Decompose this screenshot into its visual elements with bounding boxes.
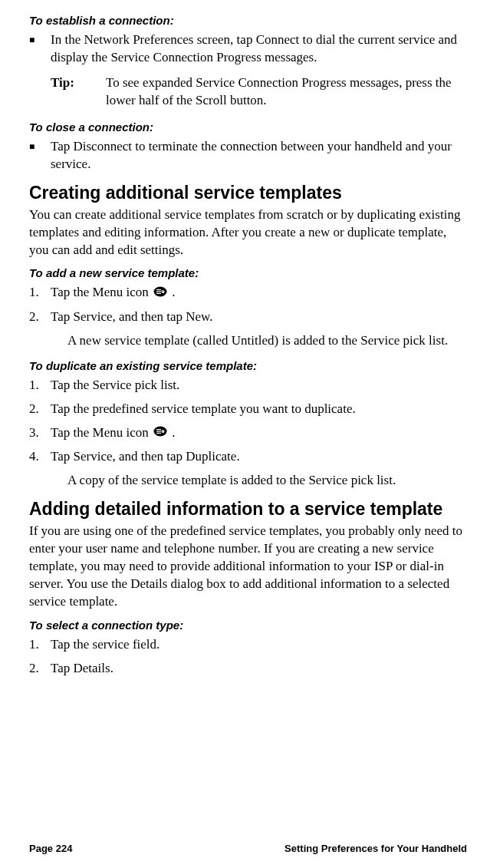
num-marker: 4. — [29, 448, 51, 466]
num-marker: 1. — [29, 284, 51, 302]
svg-rect-3 — [156, 293, 161, 294]
num-marker: 2. — [29, 660, 51, 678]
heading-duplicate: To duplicate an existing service templat… — [29, 359, 467, 372]
step-text: Tap the Service pick list. — [51, 377, 467, 394]
bullet-text-close: Tap Disconnect to terminate the connecti… — [51, 138, 467, 173]
body-text-adding-detail: If you are using one of the predefined s… — [29, 523, 467, 611]
heading-establish: To establish a connection: — [29, 14, 467, 27]
chapter-title: Setting Preferences for Your Handheld — [284, 843, 467, 854]
tip-text: To see expanded Service Connection Progr… — [106, 74, 467, 110]
section-heading-adding-detail: Adding detailed information to a service… — [29, 499, 467, 520]
list-item: 1. Tap the Service pick list. — [29, 377, 467, 394]
bullet-marker: ■ — [29, 31, 51, 67]
body-text-creating: You can create additional service templa… — [29, 206, 467, 259]
result-text: A new service template (called Untitled)… — [67, 332, 467, 350]
page-footer: Page 224 Setting Preferences for Your Ha… — [29, 843, 467, 854]
list-item: 2. Tap Service, and then tap New. — [29, 309, 467, 326]
bullet-item: ■ Tap Disconnect to terminate the connec… — [29, 138, 467, 173]
svg-rect-6 — [156, 429, 161, 430]
step-text-post: . — [169, 425, 176, 440]
tip-block: Tip: To see expanded Service Connection … — [51, 74, 467, 110]
menu-icon — [153, 424, 167, 442]
svg-rect-1 — [156, 289, 161, 290]
bullet-marker: ■ — [29, 138, 51, 173]
tip-label: Tip: — [51, 74, 106, 110]
list-item: 1. Tap the Menu icon . — [29, 284, 467, 302]
bullet-item: ■ In the Network Preferences screen, tap… — [29, 31, 467, 67]
step-text: Tap Service, and then tap Duplicate. — [51, 448, 467, 466]
bullet-text-establish: In the Network Preferences screen, tap C… — [51, 31, 467, 67]
list-item: 2. Tap the predefined service template y… — [29, 401, 467, 418]
menu-icon — [153, 285, 167, 302]
list-item: 2. Tap Details. — [29, 660, 467, 678]
list-item: 4. Tap Service, and then tap Duplicate. — [29, 448, 467, 466]
num-marker: 2. — [29, 401, 51, 418]
list-item: 3. Tap the Menu icon . — [29, 424, 467, 443]
svg-rect-8 — [156, 433, 161, 434]
num-marker: 3. — [29, 424, 51, 443]
section-heading-creating: Creating additional service templates — [29, 183, 467, 203]
step-text: Tap Details. — [51, 660, 467, 678]
heading-close: To close a connection: — [29, 120, 467, 134]
heading-add-template: To add a new service template: — [29, 266, 467, 279]
num-marker: 1. — [29, 636, 51, 654]
page-number: Page 224 — [29, 843, 72, 854]
step-text-pre: Tap the Menu icon — [51, 425, 152, 440]
heading-select-conn: To select a connection type: — [29, 619, 467, 632]
step-text: Tap the Menu icon . — [51, 284, 467, 302]
step-text: Tap the service field. — [51, 636, 467, 654]
num-marker: 2. — [29, 309, 51, 326]
step-text-pre: Tap the Menu icon — [51, 285, 152, 299]
list-item: 1. Tap the service field. — [29, 636, 467, 654]
num-marker: 1. — [29, 377, 51, 394]
step-text: Tap Service, and then tap New. — [51, 309, 467, 326]
step-text: Tap the Menu icon . — [51, 424, 467, 443]
result-text: A copy of the service template is added … — [67, 472, 467, 490]
step-text-post: . — [169, 285, 176, 299]
svg-rect-7 — [156, 431, 161, 432]
svg-rect-2 — [156, 291, 161, 292]
step-text: Tap the predefined service template you … — [51, 401, 467, 418]
